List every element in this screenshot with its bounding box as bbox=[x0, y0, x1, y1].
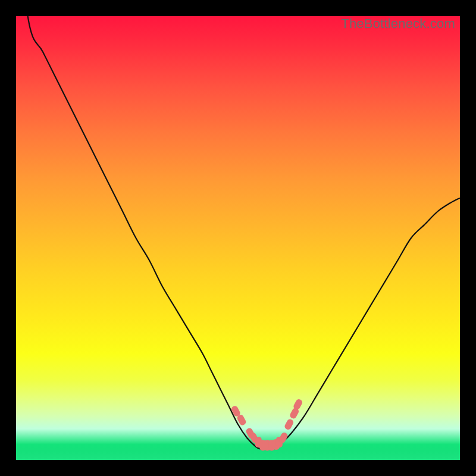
bottleneck-curve bbox=[16, 16, 460, 460]
plot-area: TheBottleneck.com bbox=[16, 16, 460, 460]
watermark-text: TheBottleneck.com bbox=[341, 16, 455, 32]
marker-group bbox=[230, 398, 303, 450]
outer-frame: TheBottleneck.com bbox=[0, 0, 476, 476]
curve-marker bbox=[284, 418, 295, 431]
curve-path bbox=[16, 16, 460, 449]
